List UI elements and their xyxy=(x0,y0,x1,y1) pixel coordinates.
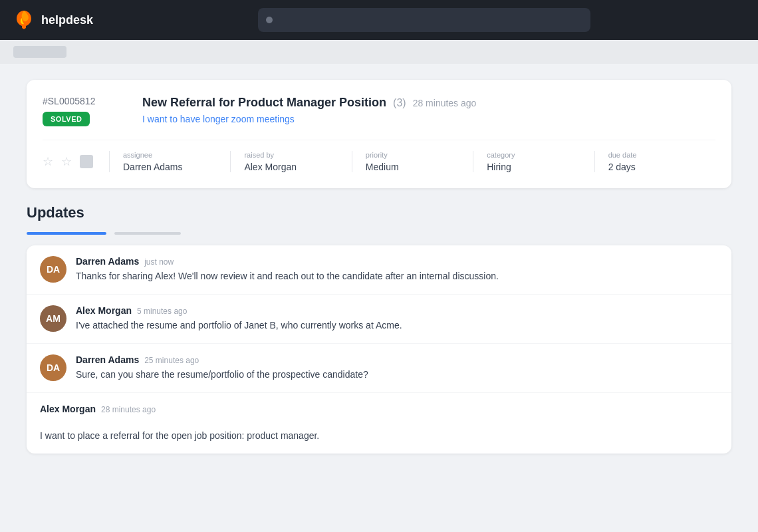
msg-author: Alex Morgan xyxy=(76,305,132,316)
msg-time: 28 minutes ago xyxy=(101,405,156,414)
msg-header: Alex Morgan 5 minutes ago xyxy=(76,305,718,316)
msg-header: Alex Morgan 28 minutes ago xyxy=(40,404,718,414)
breadcrumb xyxy=(13,46,66,58)
avatar-darren: DA xyxy=(40,354,66,381)
msg-author: Darren Adams xyxy=(76,256,139,267)
ticket-title: New Referral for Product Manager Positio… xyxy=(142,96,386,110)
msg-time: 25 minutes ago xyxy=(144,356,199,365)
priority-value: Medium xyxy=(366,162,459,172)
due-date-field: due date 2 days xyxy=(595,151,715,172)
last-message-text: I want to place a referral for the open … xyxy=(40,429,718,443)
raised-by-field: raised by Alex Morgan xyxy=(231,151,352,172)
updates-title: Updates xyxy=(27,204,731,221)
raised-label: raised by xyxy=(244,151,338,159)
due-value: 2 days xyxy=(608,162,702,172)
avatar-alex: AM xyxy=(40,305,66,332)
assignee-field: assignee Darren Adams xyxy=(110,151,231,172)
search-icon xyxy=(266,17,273,23)
main-content: #SL0005812 SOLVED New Referral for Produ… xyxy=(0,64,758,469)
app-header: helpdesk xyxy=(0,0,758,40)
msg-header: Darren Adams just now xyxy=(76,256,718,267)
message-item-last: Alex Morgan 28 minutes ago I want to pla… xyxy=(27,393,731,454)
messages-container: DA Darren Adams just now Thanks for shar… xyxy=(27,245,731,454)
app-title: helpdesk xyxy=(41,13,93,27)
msg-body: Darren Adams 25 minutes ago Sure, can yo… xyxy=(76,354,718,382)
msg-body: Alex Morgan 5 minutes ago I've attached … xyxy=(76,305,718,332)
ticket-subtitle: I want to have longer zoom meetings xyxy=(142,114,715,124)
menu-icon[interactable] xyxy=(80,155,93,168)
message-item: AM Alex Morgan 5 minutes ago I've attach… xyxy=(27,295,731,344)
updates-section: Updates DA Darren Adams just now Thanks … xyxy=(27,204,731,454)
ticket-info: New Referral for Product Manager Positio… xyxy=(142,96,715,124)
msg-body: Darren Adams just now Thanks for sharing… xyxy=(76,256,718,283)
ticket-top: #SL0005812 SOLVED New Referral for Produ… xyxy=(43,96,715,126)
star-icon[interactable]: ☆ xyxy=(61,156,72,168)
assignee-label: assignee xyxy=(123,151,217,159)
ticket-id: #SL0005812 xyxy=(43,96,95,106)
meta-fields: assignee Darren Adams raised by Alex Mor… xyxy=(110,151,715,172)
message-item: DA Darren Adams 25 minutes ago Sure, can… xyxy=(27,344,731,393)
msg-time: just now xyxy=(144,257,174,267)
msg-header: Darren Adams 25 minutes ago xyxy=(76,354,718,365)
avatar-darren: DA xyxy=(40,256,66,283)
status-badge: SOLVED xyxy=(43,112,90,126)
msg-text: Thanks for sharing Alex! We'll now revie… xyxy=(76,269,718,283)
priority-label: priority xyxy=(366,151,459,159)
tabs-row xyxy=(27,232,731,235)
msg-author: Alex Morgan xyxy=(40,404,96,414)
logo: helpdesk xyxy=(13,9,93,31)
search-bar[interactable] xyxy=(258,8,590,32)
ticket-meta: ☆ ☆ assignee Darren Adams raised by Alex… xyxy=(43,140,715,172)
message-item: DA Darren Adams just now Thanks for shar… xyxy=(27,245,731,295)
tab-other[interactable] xyxy=(114,232,181,235)
sub-header xyxy=(0,40,758,64)
msg-author: Darren Adams xyxy=(76,354,139,365)
ticket-time: 28 minutes ago xyxy=(413,98,477,108)
ticket-comment-count: (3) xyxy=(393,97,406,109)
raised-value: Alex Morgan xyxy=(244,162,338,172)
msg-text: Sure, can you share the resume/portfolio… xyxy=(76,368,718,382)
due-label: due date xyxy=(608,151,702,159)
bookmark-icon[interactable]: ☆ xyxy=(43,156,53,168)
tab-updates[interactable] xyxy=(27,232,106,235)
assignee-value: Darren Adams xyxy=(123,162,217,172)
msg-text: I've attached the resume and portfolio o… xyxy=(76,319,718,332)
msg-time: 5 minutes ago xyxy=(137,307,187,316)
category-label: category xyxy=(487,151,580,159)
category-value: Hiring xyxy=(487,162,580,172)
category-field: category Hiring xyxy=(473,151,594,172)
ticket-id-block: #SL0005812 SOLVED xyxy=(43,96,129,126)
priority-field: priority Medium xyxy=(352,151,473,172)
ticket-actions: ☆ ☆ xyxy=(43,151,110,172)
ticket-title-row: New Referral for Product Manager Positio… xyxy=(142,96,715,110)
logo-icon xyxy=(13,9,35,31)
ticket-card: #SL0005812 SOLVED New Referral for Produ… xyxy=(27,80,731,188)
